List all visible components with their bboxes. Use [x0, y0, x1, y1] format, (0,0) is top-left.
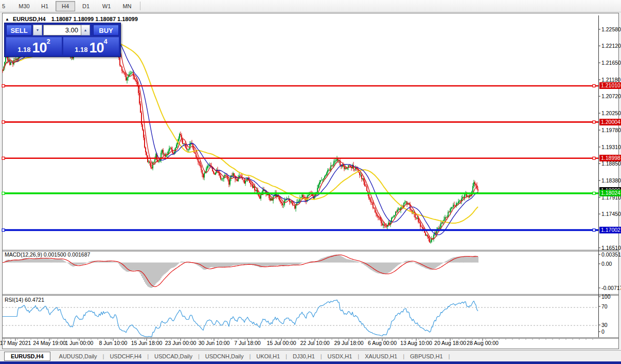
- buy-price-prefix: 1.18: [75, 45, 87, 54]
- chart-tab-gbpusd-h1[interactable]: GBPUSD,H1: [404, 353, 449, 359]
- axes: [3, 15, 618, 341]
- timeframe-button-d1[interactable]: D1: [76, 1, 96, 11]
- volume-decrease-button[interactable]: ▼: [33, 25, 42, 35]
- rsi-line: [3, 300, 478, 337]
- spinner-down-icon: ▼: [36, 28, 40, 32]
- chart-tab-xauusd-h1[interactable]: XAUUSD,H1: [359, 353, 403, 359]
- sell-button[interactable]: SELL: [6, 25, 32, 35]
- buy-price-pip-digit: 4: [104, 39, 108, 44]
- chart-header: ▲ EURUSD,H4 1.18087 1.18099 1.18087 1.18…: [5, 16, 138, 22]
- rsi-levels: [3, 307, 598, 325]
- timeframe-buttons: 5M30H1H4D1W1MN: [0, 1, 137, 11]
- chart-ohlc-values: 1.18087 1.18099 1.18087 1.18099: [51, 16, 138, 22]
- timeframe-toolbar: 5M30H1H4D1W1MN: [0, 0, 621, 12]
- buy-price-display[interactable]: 1.18 10 4: [63, 37, 119, 55]
- timeframe-button-h1[interactable]: H1: [35, 1, 55, 11]
- chart-tabs-bar: EURUSD,H4AUDUSD,Daily|USDCHF,H4|USDCAD,D…: [0, 350, 621, 362]
- ma-line-fast: [3, 32, 478, 239]
- chart-symbol-title: EURUSD,H4: [13, 16, 46, 22]
- sell-price-pip-digit: 2: [47, 39, 50, 44]
- chart-tab-usdcad-daily[interactable]: USDCAD,Daily: [149, 353, 198, 359]
- sell-price-prefix: 1.18: [17, 45, 30, 54]
- macd-indicator-label: MACD(12,26,9) 0.001500 0.001687: [5, 251, 90, 258]
- chart-tab-usdcnh-daily[interactable]: USDCNH,Daily: [200, 353, 250, 359]
- ma-line-medium: [3, 37, 478, 235]
- buy-price-big-digits: 10: [90, 42, 104, 54]
- timeframe-button-5[interactable]: 5: [0, 1, 13, 11]
- chart-tab-usdchf-h4[interactable]: USDCHF,H4: [104, 353, 147, 359]
- chart-tab-eurusd-h4[interactable]: EURUSD,H4: [4, 352, 50, 361]
- chart-tab-usdx-h1[interactable]: USDX,H1: [322, 353, 358, 359]
- horizontal-line-objects: [2, 84, 599, 231]
- chart-tab-audusd-daily[interactable]: AUDUSD,Daily: [54, 353, 103, 359]
- volume-input[interactable]: [43, 25, 81, 35]
- timeframe-button-h4[interactable]: H4: [56, 1, 75, 11]
- window-bottom-border: [0, 361, 621, 364]
- chart-tab-ukoil-h1[interactable]: UKOil,H1: [251, 353, 286, 359]
- candlesticks: [2, 29, 478, 244]
- timeframe-button-mn[interactable]: MN: [117, 1, 137, 11]
- timeframe-button-w1[interactable]: W1: [97, 1, 116, 11]
- rsi-indicator-label: RSI(14) 60.4721: [5, 297, 44, 303]
- sell-price-display[interactable]: 1.18 10 2: [6, 37, 62, 55]
- timeframe-button-m30[interactable]: M30: [14, 1, 34, 11]
- macd-signal-line: [3, 255, 478, 287]
- tab-separator: |: [449, 353, 450, 359]
- collapse-chart-icon[interactable]: ▲: [5, 17, 9, 22]
- volume-increase-button[interactable]: ▲: [81, 25, 90, 35]
- mt4-terminal: 5M30H1H4D1W1MN 1.225801.221201.216501.21…: [0, 0, 621, 364]
- ma-line-slow: [3, 42, 478, 223]
- macd-histogram: [2, 254, 478, 288]
- spinner-up-icon: ▲: [84, 28, 87, 32]
- sell-price-big-digits: 10: [32, 42, 47, 54]
- chart-tab-dj30-h1[interactable]: DJ30,H1: [287, 353, 321, 359]
- buy-button[interactable]: BUY: [93, 25, 119, 35]
- toolbar-separator: [140, 2, 140, 10]
- one-click-trading-panel: SELL ▼ ▲ BUY 1.18 10 2 1.18 10 4: [4, 23, 121, 57]
